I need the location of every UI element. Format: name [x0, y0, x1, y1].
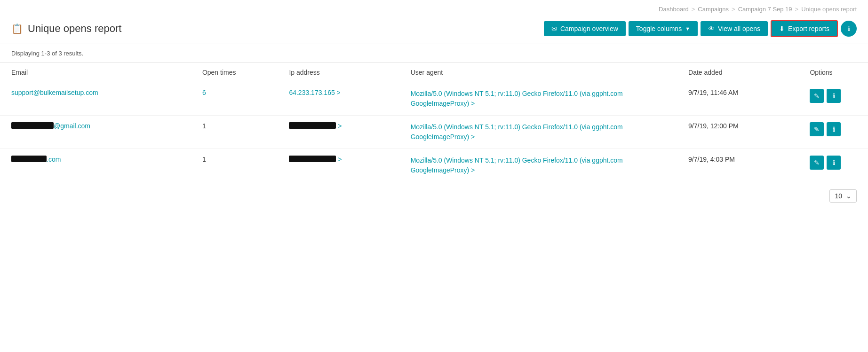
edit-button-3[interactable]: ✎: [810, 156, 824, 170]
breadcrumb-sep-1: >: [692, 6, 695, 13]
email-link-3[interactable]: .com: [11, 156, 61, 163]
campaign-overview-button[interactable]: ✉ Campaign overview: [544, 21, 626, 36]
chevron-down-icon: ⌄: [846, 192, 852, 200]
table-row: support@bulkemailsetup.com 6 64.233.173.…: [0, 82, 868, 116]
export-reports-button[interactable]: ⬇ Export reports: [771, 20, 838, 37]
opens-table: Email Open times Ip address User agent D…: [0, 63, 868, 182]
options-cell-2: ✎ ℹ: [798, 116, 868, 149]
results-count: Displaying 1-3 of 3 results.: [11, 50, 83, 57]
ip-cell-3: >: [278, 149, 399, 182]
toggle-columns-label: Toggle columns: [636, 25, 682, 32]
page-size-select[interactable]: 10 ⌄: [829, 189, 857, 203]
breadcrumb-item-current: Unique opens report: [801, 6, 857, 13]
date-cell-3: 9/7/19, 4:03 PM: [677, 149, 798, 182]
table-row: .com 1 > Mozilla/5.0 (Windows NT 5.1; rv…: [0, 149, 868, 182]
user-agent-value-3: Mozilla/5.0 (Windows NT 5.1; rv:11.0) Ge…: [411, 156, 623, 174]
ip-link-2[interactable]: >: [289, 122, 342, 130]
table-header-row: Email Open times Ip address User agent D…: [0, 63, 868, 82]
col-header-user-agent: User agent: [399, 63, 677, 82]
date-cell-2: 9/7/19, 12:00 PM: [677, 116, 798, 149]
breadcrumb: Dashboard > Campaigns > Campaign 7 Sep 1…: [0, 0, 868, 16]
header-actions: ✉ Campaign overview Toggle columns ▼ 👁 V…: [544, 20, 857, 37]
open-times-cell-3: 1: [191, 149, 278, 182]
breadcrumb-item-dashboard[interactable]: Dashboard: [659, 6, 689, 13]
email-suffix-2: @gmail.com: [54, 122, 90, 130]
options-cell-3: ✎ ℹ: [798, 149, 868, 182]
breadcrumb-item-campaign[interactable]: Campaign 7 Sep 19: [738, 6, 792, 13]
user-agent-value-1: Mozilla/5.0 (Windows NT 5.1; rv:11.0) Ge…: [411, 90, 623, 107]
date-value-1: 9/7/19, 11:46 AM: [688, 89, 738, 96]
open-times-cell-1: 6: [191, 82, 278, 116]
ua-cell-1: Mozilla/5.0 (Windows NT 5.1; rv:11.0) Ge…: [399, 82, 677, 116]
email-cell-3: .com: [0, 149, 191, 182]
edit-button-1[interactable]: ✎: [810, 89, 824, 103]
email-link-1[interactable]: support@bulkemailsetup.com: [11, 89, 98, 96]
breadcrumb-item-campaigns[interactable]: Campaigns: [698, 6, 729, 13]
pagination-area: 10 ⌄: [0, 182, 868, 210]
ip-redacted-3: [289, 156, 336, 162]
table-row: @gmail.com 1 > Mozilla/5.0 (Windows NT 5…: [0, 116, 868, 149]
date-value-3: 9/7/19, 4:03 PM: [688, 156, 735, 163]
email-redacted-prefix-3: [11, 156, 47, 162]
toggle-columns-button[interactable]: Toggle columns ▼: [629, 21, 698, 36]
report-icon: 📋: [11, 23, 23, 34]
ip-redacted-2: [289, 122, 336, 129]
download-icon: ⬇: [779, 25, 785, 32]
col-header-open-times: Open times: [191, 63, 278, 82]
ua-cell-3: Mozilla/5.0 (Windows NT 5.1; rv:11.0) Ge…: [399, 149, 677, 182]
ip-link-3[interactable]: >: [289, 156, 342, 163]
page-title: Unique opens report: [28, 23, 121, 35]
col-header-options: Options: [798, 63, 868, 82]
email-redacted-prefix-2: [11, 122, 54, 129]
email-cell-2: @gmail.com: [0, 116, 191, 149]
open-times-cell-2: 1: [191, 116, 278, 149]
ua-cell-2: Mozilla/5.0 (Windows NT 5.1; rv:11.0) Ge…: [399, 116, 677, 149]
edit-button-2[interactable]: ✎: [810, 122, 824, 136]
chevron-down-icon: ▼: [685, 26, 690, 31]
page-size-value: 10: [835, 192, 842, 200]
email-link-2[interactable]: @gmail.com: [11, 122, 90, 130]
open-times-value-1: 6: [202, 89, 206, 96]
ip-cell-2: >: [278, 116, 399, 149]
page-header: 📋 Unique opens report ✉ Campaign overvie…: [0, 16, 868, 44]
info-icon: ℹ: [848, 25, 850, 32]
user-agent-value-2: Mozilla/5.0 (Windows NT 5.1; rv:11.0) Ge…: [411, 123, 623, 141]
open-times-value-2: 1: [202, 122, 206, 130]
view-all-opens-button[interactable]: 👁 View all opens: [701, 21, 768, 36]
open-times-value-3: 1: [202, 156, 206, 163]
info-button-2[interactable]: ℹ: [827, 122, 841, 136]
campaign-overview-label: Campaign overview: [560, 25, 618, 32]
breadcrumb-sep-2: >: [732, 6, 735, 13]
breadcrumb-sep-3: >: [795, 6, 799, 13]
ip-cell-1: 64.233.173.165 >: [278, 82, 399, 116]
info-button-1[interactable]: ℹ: [827, 89, 841, 103]
view-all-opens-label: View all opens: [718, 25, 760, 32]
date-cell-1: 9/7/19, 11:46 AM: [677, 82, 798, 116]
eye-icon: 👁: [708, 25, 715, 32]
export-reports-label: Export reports: [788, 25, 829, 32]
page-title-area: 📋 Unique opens report: [11, 23, 121, 35]
col-header-date-added: Date added: [677, 63, 798, 82]
email-suffix-3: .com: [47, 156, 61, 163]
results-info: Displaying 1-3 of 3 results.: [0, 44, 868, 61]
options-cell-1: ✎ ℹ: [798, 82, 868, 116]
date-value-2: 9/7/19, 12:00 PM: [688, 122, 739, 130]
envelope-icon: ✉: [551, 25, 557, 32]
col-header-email: Email: [0, 63, 191, 82]
ip-link-1[interactable]: 64.233.173.165 >: [289, 89, 340, 96]
ip-suffix-2: >: [336, 122, 342, 130]
info-button-3[interactable]: ℹ: [827, 156, 841, 170]
col-header-ip: Ip address: [278, 63, 399, 82]
info-button[interactable]: ℹ: [841, 21, 857, 37]
email-cell-1: support@bulkemailsetup.com: [0, 82, 191, 116]
ip-suffix-3: >: [336, 156, 342, 163]
